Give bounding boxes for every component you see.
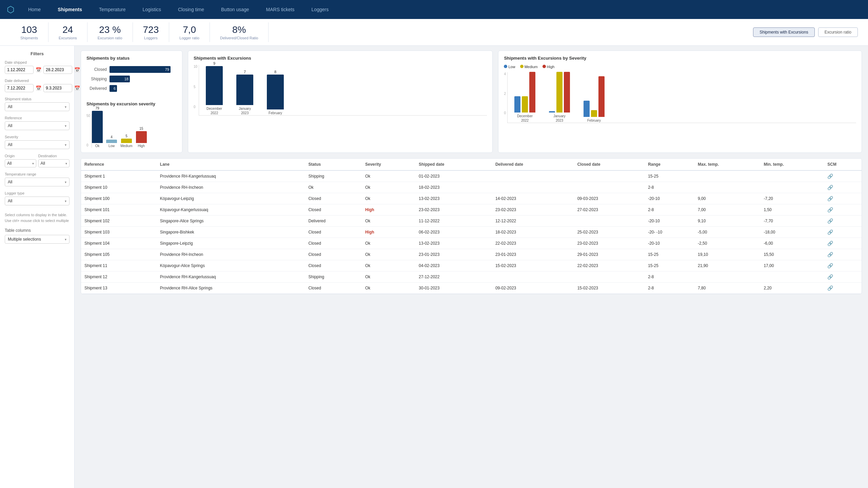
cell-range: 15-25 [645, 260, 694, 271]
bar-medium: 5 Medium [120, 134, 133, 148]
chevron-down-icon: ▾ [65, 199, 66, 203]
date-delivered-to[interactable] [43, 84, 72, 92]
scm-link-icon[interactable]: 🔗 [827, 274, 833, 280]
cell-max-temp: 21,90 [694, 260, 760, 271]
table-cols-select[interactable]: Multiple selections ▾ [5, 235, 70, 244]
col-lane: Lane [157, 159, 305, 170]
cell-reference: Shipment 104 [81, 238, 157, 249]
cell-reference: Shipment 105 [81, 249, 157, 260]
cell-severity: Ok [362, 216, 415, 227]
scm-link-icon[interactable]: 🔗 [827, 229, 833, 235]
nav-loggers[interactable]: Loggers [308, 5, 332, 14]
filters-title: Filters [5, 51, 70, 56]
excursion-bar-dec: 9 December2022 [206, 61, 223, 115]
chevron-down-icon: ▾ [65, 124, 66, 128]
logger-type-select[interactable]: All ▾ [5, 197, 70, 205]
logger-type-filter: Logger type All ▾ [5, 191, 70, 205]
calendar-icon-shipped-from[interactable]: 📅 [36, 67, 41, 73]
cell-lane: Providence RH-Incheon [157, 182, 305, 193]
table-row: Shipment 100 Kópavogur-Leipzig Closed Ok… [81, 193, 862, 204]
cell-lane: Providence RH-Kangerlussuaq [157, 271, 305, 283]
chart-severity-by-month: Shipments with Excursions by Severity Lo… [498, 50, 862, 153]
nav-mars-tickets[interactable]: MARS tickets [263, 5, 298, 14]
cell-status: Closed [305, 238, 362, 249]
stats-bar: 103 Shipments 24 Excursions 23 % Excursi… [0, 19, 868, 46]
cell-lane: Providence RH-Incheon [157, 249, 305, 260]
charts-and-table: Shipments by status Closed 79 Shipping 1… [75, 46, 868, 488]
date-delivered-from[interactable] [5, 84, 34, 92]
cell-closed-date: 25-02-2023 [574, 227, 645, 238]
cell-status: Closed [305, 193, 362, 204]
toggle-shipments-excursions[interactable]: Shipments with Excursions [753, 27, 814, 37]
nav-logistics[interactable]: Logistics [139, 5, 164, 14]
nav-shipments[interactable]: Shipments [54, 5, 85, 14]
excursion-bar-jan: 7 January2023 [236, 70, 253, 115]
scm-link-icon[interactable]: 🔗 [827, 207, 833, 212]
cell-severity: Ok [362, 182, 415, 193]
cell-max-temp [694, 271, 760, 283]
calendar-icon-delivered-from[interactable]: 📅 [36, 85, 41, 91]
bar-high: 15 High [136, 127, 147, 148]
cell-closed-date: 15-02-2023 [574, 283, 645, 294]
date-shipped-from[interactable] [5, 66, 34, 74]
stat-excursions: 24 Excursions [48, 22, 87, 42]
cell-delivered-date: 18-02-2023 [492, 227, 574, 238]
scm-link-icon[interactable]: 🔗 [827, 185, 833, 190]
cell-lane: Singapore-Bishkek [157, 227, 305, 238]
sev-group-dec: December2022 [514, 72, 535, 123]
origin-destination-filter: Origin All ▾ Destination All ▾ [5, 154, 70, 167]
cell-severity: Ok [362, 170, 415, 182]
scm-link-icon[interactable]: 🔗 [827, 285, 833, 291]
table-cols-label: Table columns [5, 228, 70, 233]
cell-max-temp: -5,00 [694, 227, 760, 238]
shipment-status-filter: Shipment status All ▾ [5, 97, 70, 111]
scm-link-icon[interactable]: 🔗 [827, 263, 833, 268]
chevron-down-icon: ▾ [65, 162, 67, 165]
scm-link-icon[interactable]: 🔗 [827, 241, 833, 246]
date-shipped-to[interactable] [43, 66, 72, 74]
cell-lane: Providence RH-Kangerlussuaq [157, 170, 305, 182]
col-range: Range [645, 159, 694, 170]
cell-reference: Shipment 12 [81, 271, 157, 283]
origin-select[interactable]: All ▾ [5, 159, 36, 167]
nav-temperature[interactable]: Temperature [96, 5, 129, 14]
nav-home[interactable]: Home [25, 5, 44, 14]
toggle-excursion-ratio[interactable]: Excursion ratio [818, 27, 858, 37]
cell-closed-date [574, 216, 645, 227]
stat-delivered-closed: 8% Delivered/Closed Ratio [210, 22, 269, 42]
cell-severity: Ok [362, 271, 415, 283]
severity-legend: Low Medium High [504, 65, 856, 69]
cell-shipped-date: 30-01-2023 [415, 283, 492, 294]
bar-shipping: Shipping 18 [86, 76, 177, 82]
cell-shipped-date: 27-12-2022 [415, 271, 492, 283]
scm-link-icon[interactable]: 🔗 [827, 252, 833, 257]
cell-reference: Shipment 13 [81, 283, 157, 294]
cell-max-temp: 7,80 [694, 283, 760, 294]
severity-select[interactable]: All ▾ [5, 140, 70, 149]
nav-closing-time[interactable]: Closing time [175, 5, 208, 14]
temp-range-select[interactable]: All ▾ [5, 178, 70, 186]
temp-range-filter: Temperature range All ▾ [5, 172, 70, 186]
table-row: Shipment 1 Providence RH-Kangerlussuaq S… [81, 170, 862, 182]
scm-link-icon[interactable]: 🔗 [827, 218, 833, 224]
bar-ok: 79 Ok [92, 106, 103, 148]
chart-toggle-group: Shipments with Excursions Excursion rati… [753, 27, 858, 37]
date-delivered-filter: Date delivered 📅 📅 [5, 79, 70, 92]
reference-select[interactable]: All ▾ [5, 121, 70, 130]
cell-severity: Ok [362, 260, 415, 271]
nav-button-usage[interactable]: Button usage [218, 5, 253, 14]
cell-range: 15-25 [645, 249, 694, 260]
shipment-status-select[interactable]: All ▾ [5, 102, 70, 111]
col-closed-date: Closed date [574, 159, 645, 170]
destination-select[interactable]: All ▾ [38, 159, 70, 167]
scm-link-icon[interactable]: 🔗 [827, 196, 833, 201]
cell-delivered-date [492, 182, 574, 193]
cell-scm: 🔗 [824, 193, 862, 204]
logo: ⬡ [7, 4, 15, 15]
bar-low: 4 Low [106, 135, 117, 148]
table-row: Shipment 102 Singapore-Alice Springs Del… [81, 216, 862, 227]
column-select-hint: Select columns to display in the table. … [5, 212, 70, 223]
scm-link-icon[interactable]: 🔗 [827, 174, 833, 179]
cell-severity: Ok [362, 249, 415, 260]
severity-filter: Severity All ▾ [5, 135, 70, 149]
